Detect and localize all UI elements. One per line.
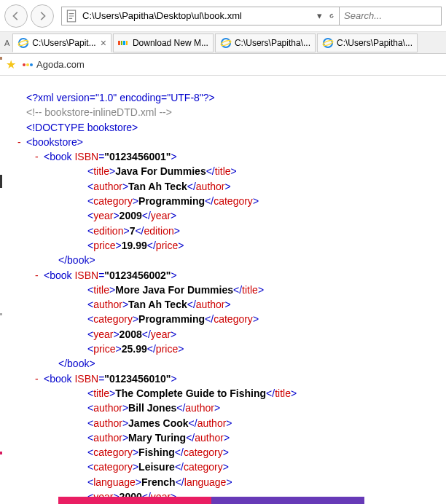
tab-label: C:\Users\Papit... <box>32 38 95 48</box>
xml-element: <author>Tan Ah Teck</author> <box>17 297 439 312</box>
edge-decoration <box>0 175 2 188</box>
xml-element: <category>Leisure</category> <box>17 460 439 474</box>
xml-element: <author>Tan Ah Teck</author> <box>17 179 439 194</box>
refresh-button[interactable] <box>324 11 339 21</box>
bottom-decoration <box>58 497 364 504</box>
close-icon[interactable]: × <box>101 37 106 49</box>
arrow-left-icon <box>11 11 21 21</box>
search-input[interactable] <box>340 9 441 23</box>
agoda-icon <box>22 59 34 71</box>
xml-books: -<book ISBN="0123456001"><title>Java For… <box>17 149 439 504</box>
xml-root-open[interactable]: -<bookstore> <box>17 135 439 149</box>
xml-element: <author>James Cook</author> <box>17 416 439 430</box>
root-tag-name: bookstore <box>32 136 77 148</box>
xml-book-close: </book> <box>17 356 439 371</box>
document-icon <box>65 9 78 23</box>
edge-decoration <box>0 313 2 315</box>
edge-decoration <box>0 57 2 60</box>
star-icon[interactable]: ★ <box>6 58 16 71</box>
xml-book-open[interactable]: -<book ISBN="0123456001"> <box>17 149 439 164</box>
favorite-item[interactable]: Agoda.com <box>22 59 85 71</box>
xml-element: <price>25.99</price> <box>17 342 439 356</box>
xml-element: <year>2008</year> <box>17 327 439 342</box>
xml-element: <price>19.99</price> <box>17 238 439 253</box>
xml-element: <title>More Java For Dummies</title> <box>17 283 439 297</box>
tab[interactable]: C:\Users\Papitha\... <box>317 34 418 52</box>
xml-element: <category>Fishing</category> <box>17 445 439 460</box>
ie-icon <box>17 37 29 49</box>
xml-element: <edition>7</edition> <box>17 224 439 238</box>
address-bar[interactable]: ▾ <box>61 7 340 25</box>
xml-comment: <!-- bookstore-inlineDTD.xml --> <box>17 105 439 119</box>
ie-icon <box>220 37 232 49</box>
microsoft-icon <box>118 37 130 49</box>
xml-element: <category>Programming</category> <box>17 312 439 326</box>
xml-doctype: <!DOCTYPE bookstore> <box>17 120 439 135</box>
xml-book-open[interactable]: -<book ISBN="0123456002"> <box>17 268 439 283</box>
favorite-label: Agoda.com <box>36 59 85 70</box>
tab-overflow-label: A <box>4 39 9 47</box>
svg-point-7 <box>23 63 26 66</box>
tab-label: Download New M... <box>133 38 208 48</box>
tab[interactable]: Download New M... <box>113 34 214 52</box>
tab[interactable]: C:\Users\Papit...× <box>12 34 112 52</box>
xml-element: <year>2009</year> <box>17 208 439 223</box>
ie-icon <box>322 37 334 49</box>
xml-element: <author>Bill Jones</author> <box>17 401 439 415</box>
svg-point-9 <box>30 63 33 66</box>
xml-element: <language>French</language> <box>17 475 439 489</box>
xml-content-view: <?xml version="1.0" encoding="UTF-8"?> <… <box>0 76 446 504</box>
back-button[interactable] <box>4 4 28 28</box>
search-bar[interactable] <box>340 7 442 25</box>
edge-decoration <box>0 452 2 454</box>
browser-toolbar: ▾ <box>0 0 446 32</box>
xml-book-open[interactable]: -<book ISBN="0123456010"> <box>17 371 439 386</box>
xml-element: <title>The Complete Guide to Fishing</ti… <box>17 386 439 401</box>
svg-point-8 <box>26 63 29 66</box>
forward-button[interactable] <box>31 4 54 28</box>
xml-element: <title>Java For Dummies</title> <box>17 164 439 178</box>
tab-strip: A C:\Users\Papit...×Download New M...C:\… <box>0 32 446 54</box>
xml-declaration: <?xml version="1.0" encoding="UTF-8"?> <box>17 90 439 105</box>
address-input[interactable] <box>81 9 314 23</box>
xml-element: <category>Programming</category> <box>17 194 439 208</box>
favorites-bar: ★ Agoda.com <box>0 54 446 76</box>
tab-label: C:\Users\Papitha\... <box>337 38 412 48</box>
chevron-down-icon[interactable]: ▾ <box>314 10 324 21</box>
tab[interactable]: C:\Users\Papitha\... <box>215 34 316 52</box>
xml-book-close: </book> <box>17 253 439 267</box>
xml-element: <author>Mary Turing</author> <box>17 430 439 445</box>
arrow-right-icon <box>37 11 47 21</box>
tab-label: C:\Users\Papitha\... <box>235 38 310 48</box>
